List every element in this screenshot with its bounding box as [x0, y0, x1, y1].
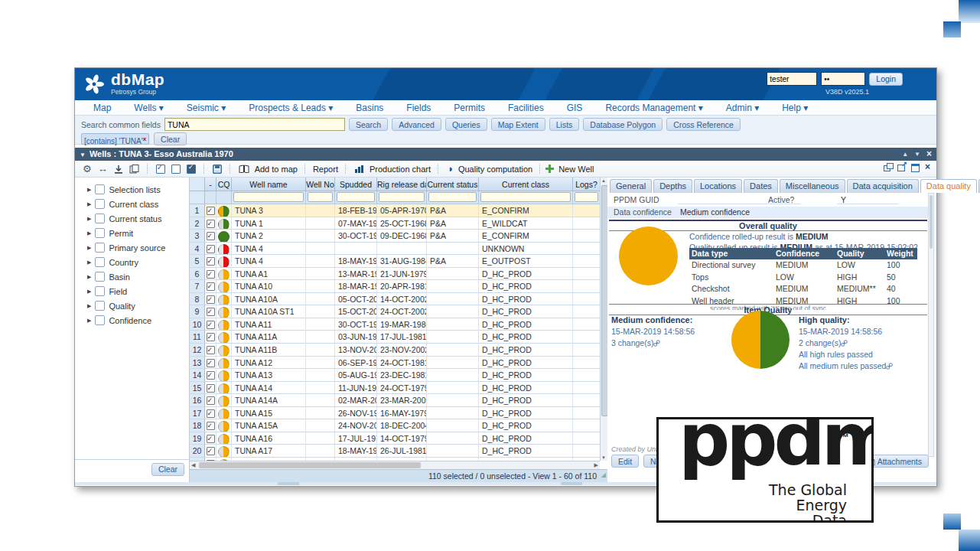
expander-icon[interactable]: ▶ — [87, 318, 91, 324]
filter-input-rig-release[interactable] — [379, 192, 425, 202]
sidebar-tree-item[interactable]: ▶ Current class — [87, 197, 165, 211]
row-select-checkbox[interactable] — [205, 293, 217, 306]
select-all-checkbox[interactable] — [156, 165, 165, 174]
row-select-checkbox[interactable] — [205, 331, 217, 344]
search-action-button[interactable]: Queries — [445, 118, 487, 131]
menu-item[interactable]: Seismic ▾ — [187, 103, 226, 113]
sidebar-tree-item[interactable]: ▶ Confidence — [87, 313, 165, 328]
menu-item[interactable]: Facilities — [508, 103, 544, 113]
table-row[interactable]: 5 TUNA 4 18-MAY-1984 31-AUG-1984 P&A E_O… — [190, 255, 607, 268]
search-action-button[interactable]: Lists — [549, 118, 580, 131]
row-select-checkbox[interactable] — [205, 369, 217, 382]
table-row[interactable]: 8 TUNA A10A 05-OCT-2002 14-OCT-2002 D_HC… — [190, 293, 607, 306]
column-header-well-name[interactable]: Well name — [232, 178, 306, 191]
menu-item[interactable]: Fields — [406, 103, 431, 113]
row-select-checkbox[interactable] — [205, 255, 217, 268]
expander-icon[interactable]: ▶ — [87, 289, 91, 295]
table-row[interactable]: 15 TUNA A14 11-JUN-1979 24-OCT-1979 D_HC… — [190, 382, 607, 395]
edit-button[interactable]: Edit — [611, 455, 639, 468]
table-horizontal-scrollbar[interactable]: ◀ ▶ — [190, 461, 600, 469]
panel-close-icon[interactable]: × — [926, 148, 932, 161]
table-row[interactable]: 16 TUNA A14A 02-MAR-2005 23-MAR-2005 D_H… — [190, 394, 607, 407]
menu-item[interactable]: Map — [93, 103, 111, 113]
sidebar-tree-item[interactable]: ▶ Basin — [87, 269, 165, 284]
tree-checkbox[interactable] — [95, 214, 105, 223]
menu-item[interactable]: Admin ▾ — [726, 103, 759, 113]
tree-checkbox[interactable] — [95, 315, 105, 325]
scroll-up-icon[interactable]: ▲ — [601, 178, 606, 183]
resize-grip-icon[interactable]: ◢ — [601, 469, 606, 481]
open-in-new-window-icon[interactable] — [897, 163, 906, 171]
expander-icon[interactable]: ▶ — [87, 187, 91, 193]
close-window-icon[interactable]: × — [925, 163, 930, 171]
report-button[interactable]: Report — [313, 165, 338, 174]
detail-tab[interactable]: Data quality — [920, 179, 977, 193]
table-row[interactable]: 12 TUNA A11B 13-NOV-2002 23-NOV-2002 D_H… — [190, 344, 607, 357]
panel-down-icon[interactable]: ▼ — [914, 148, 920, 161]
row-select-checkbox[interactable] — [205, 445, 217, 458]
detail-tab[interactable]: General — [610, 179, 652, 193]
maximize-window-icon[interactable] — [911, 163, 920, 171]
row-select-checkbox[interactable] — [205, 318, 217, 331]
filter-input-current-status[interactable] — [428, 192, 477, 202]
table-row[interactable]: 3 TUNA 2 30-OCT-1968 09-DEC-1968 P&A E_C… — [190, 230, 607, 243]
scrollbar-thumb[interactable] — [930, 195, 933, 249]
sidebar-tree-item[interactable]: ▶ Permit — [87, 226, 165, 240]
row-select-checkbox[interactable] — [205, 230, 217, 243]
table-row[interactable]: 1 TUNA 3 18-FEB-1970 05-APR-1970 P&A E_C… — [190, 204, 607, 217]
add-to-map-icon[interactable] — [239, 165, 249, 173]
filter-input-well-no[interactable] — [308, 192, 333, 202]
restore-window-icon[interactable] — [884, 163, 892, 171]
tree-checkbox[interactable] — [95, 243, 105, 253]
table-row[interactable]: 2 TUNA 1 07-MAY-1968 25-OCT-1968 P&A E_W… — [190, 217, 607, 230]
column-header-well-no[interactable]: Well No — [306, 178, 335, 191]
table-row[interactable]: 14 TUNA A13 05-AUG-1981 23-DEC-1981 D_HC… — [190, 369, 607, 382]
table-row[interactable]: 13 TUNA A12 06-SEP-1981 24-OCT-1981 D_HC… — [190, 357, 607, 370]
table-row[interactable]: 18 TUNA A15A 24-NOV-2004 18-DEC-2004 D_H… — [190, 419, 607, 432]
table-row[interactable]: 17 TUNA A15 26-NOV-1978 16-MAY-1979 D_HC… — [190, 407, 607, 420]
menu-item[interactable]: Help ▾ — [782, 103, 808, 113]
remove-filter-icon[interactable]: x — [143, 135, 146, 142]
row-select-checkbox[interactable] — [205, 382, 217, 395]
column-header-current-status[interactable]: Current status — [427, 178, 479, 191]
filter-input-well-name[interactable] — [233, 192, 304, 202]
expander-icon[interactable]: ▶ — [87, 230, 91, 236]
invert-selection-checkbox[interactable] — [187, 165, 196, 174]
sidebar-clear-button[interactable]: Clear — [151, 463, 184, 476]
detail-tab[interactable]: Depths — [653, 179, 692, 193]
sidebar-tree-item[interactable]: ▶ Quality — [87, 298, 165, 313]
scrollbar-thumb[interactable] — [199, 462, 421, 468]
production-chart-icon[interactable] — [354, 165, 364, 173]
column-header-current-class[interactable]: Current class — [479, 178, 573, 191]
menu-item[interactable]: GIS — [567, 103, 583, 113]
login-button[interactable]: Login — [869, 73, 903, 86]
expander-icon[interactable]: ▶ — [87, 245, 91, 251]
menu-item[interactable]: Prospects & Leads ▾ — [249, 103, 333, 113]
column-header-cq[interactable]: CQ — [217, 178, 232, 191]
wells-panel-titlebar[interactable]: ▼Wells : TUNA 3- Esso Australia 1970 ▲ ▼… — [75, 148, 936, 161]
search-action-button[interactable]: Database Polygon — [583, 118, 663, 131]
table-row[interactable]: 7 TUNA A10 18-MAR-1981 20-APR-1981 D_HC_… — [190, 280, 607, 293]
export-download-icon[interactable] — [114, 165, 123, 174]
row-select-checkbox[interactable] — [205, 432, 217, 445]
column-header-select[interactable]: - — [205, 178, 217, 191]
resize-columns-icon[interactable]: ↔ — [98, 163, 108, 174]
detail-tab[interactable]: Dates — [744, 179, 778, 193]
sidebar-tree-item[interactable]: ▶ Selection lists — [87, 182, 165, 197]
search-input[interactable] — [164, 118, 345, 131]
row-select-checkbox[interactable] — [205, 394, 217, 407]
tree-checkbox[interactable] — [95, 199, 105, 209]
table-vertical-scrollbar[interactable]: ▲ ▼ — [600, 178, 607, 461]
tree-checkbox[interactable] — [95, 286, 105, 296]
menu-item[interactable]: Records Management ▾ — [605, 103, 702, 113]
expander-icon[interactable]: ▶ — [87, 274, 91, 280]
table-row[interactable]: 20 TUNA A17 18-MAY-1980 26-JUL-1981 D_HC… — [190, 445, 607, 458]
sidebar-tree-item[interactable]: ▶ Primary source — [87, 240, 165, 255]
username-field[interactable] — [767, 72, 817, 86]
medium-rules-passed-link[interactable]: All medium rules passed — [799, 361, 886, 370]
scroll-down-icon[interactable]: ▼ — [601, 455, 606, 460]
tree-checkbox[interactable] — [95, 228, 105, 238]
add-to-map-button[interactable]: Add to map — [255, 165, 298, 174]
filter-input-spudded[interactable] — [337, 192, 375, 202]
new-well-plus-icon[interactable] — [545, 165, 554, 173]
